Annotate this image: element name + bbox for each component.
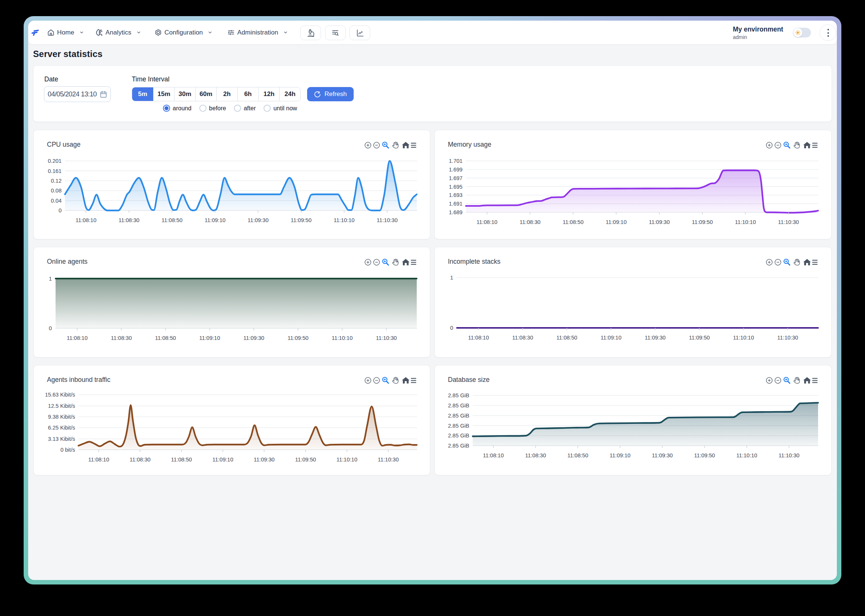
svg-text:1: 1 — [49, 276, 52, 282]
svg-text:11:09:10: 11:09:10 — [601, 335, 622, 341]
svg-text:1.701: 1.701 — [449, 158, 463, 164]
svg-text:11:09:10: 11:09:10 — [605, 219, 627, 225]
svg-text:11:08:30: 11:08:30 — [129, 457, 151, 462]
svg-text:1.697: 1.697 — [449, 175, 463, 181]
svg-text:11:10:30: 11:10:30 — [777, 335, 798, 341]
svg-text:11:09:10: 11:09:10 — [205, 217, 225, 223]
svg-text:11:09:10: 11:09:10 — [199, 335, 221, 341]
svg-text:11:09:10: 11:09:10 — [610, 453, 631, 459]
svg-text:11:08:50: 11:08:50 — [563, 219, 584, 225]
svg-text:0.161: 0.161 — [48, 168, 61, 174]
svg-text:11:10:30: 11:10:30 — [377, 217, 398, 223]
svg-text:12.5 Kibit/s: 12.5 Kibit/s — [48, 403, 75, 409]
svg-text:11:10:30: 11:10:30 — [778, 219, 799, 225]
svg-text:2.85 GiB: 2.85 GiB — [448, 393, 469, 398]
svg-text:0: 0 — [450, 325, 453, 331]
svg-text:11:09:30: 11:09:30 — [652, 453, 673, 459]
svg-text:11:08:50: 11:08:50 — [556, 335, 577, 341]
svg-text:9.38 Kibit/s: 9.38 Kibit/s — [48, 414, 75, 420]
svg-text:11:08:10: 11:08:10 — [67, 335, 88, 341]
svg-text:11:08:10: 11:08:10 — [76, 217, 96, 223]
svg-text:1.695: 1.695 — [449, 184, 463, 190]
svg-text:11:08:10: 11:08:10 — [483, 453, 504, 459]
svg-text:1: 1 — [450, 275, 453, 281]
svg-text:1.693: 1.693 — [449, 192, 463, 198]
svg-text:0.04: 0.04 — [51, 198, 61, 204]
svg-text:11:10:10: 11:10:10 — [736, 453, 757, 459]
svg-text:11:09:50: 11:09:50 — [291, 217, 312, 223]
svg-text:1.689: 1.689 — [449, 209, 463, 215]
svg-text:11:09:30: 11:09:30 — [243, 335, 264, 341]
svg-text:11:09:50: 11:09:50 — [694, 453, 715, 459]
svg-text:11:08:30: 11:08:30 — [512, 335, 533, 341]
svg-text:0: 0 — [58, 207, 61, 214]
svg-text:11:09:10: 11:09:10 — [213, 457, 233, 462]
svg-text:2.85 GiB: 2.85 GiB — [448, 443, 469, 449]
svg-text:2.85 GiB: 2.85 GiB — [448, 413, 469, 419]
svg-text:0 bit/s: 0 bit/s — [60, 447, 75, 453]
svg-text:11:08:50: 11:08:50 — [171, 457, 192, 462]
svg-text:11:08:50: 11:08:50 — [155, 335, 176, 341]
svg-text:11:10:10: 11:10:10 — [332, 335, 353, 341]
svg-text:11:08:10: 11:08:10 — [476, 219, 498, 225]
svg-text:11:10:30: 11:10:30 — [378, 457, 399, 462]
svg-text:11:08:10: 11:08:10 — [88, 457, 109, 462]
svg-text:11:10:30: 11:10:30 — [376, 335, 397, 341]
svg-text:11:08:10: 11:08:10 — [468, 335, 489, 341]
svg-text:1.691: 1.691 — [449, 201, 463, 207]
svg-text:11:10:10: 11:10:10 — [733, 335, 754, 341]
svg-text:11:10:10: 11:10:10 — [336, 457, 358, 462]
svg-text:11:09:30: 11:09:30 — [248, 217, 269, 223]
svg-text:11:09:50: 11:09:50 — [288, 335, 309, 341]
svg-text:0.12: 0.12 — [51, 178, 61, 184]
svg-text:0: 0 — [49, 325, 52, 331]
svg-text:11:09:50: 11:09:50 — [295, 457, 316, 462]
svg-text:11:08:50: 11:08:50 — [161, 217, 183, 223]
svg-text:3.13 Kibit/s: 3.13 Kibit/s — [48, 436, 75, 442]
svg-text:11:08:30: 11:08:30 — [525, 453, 546, 459]
svg-text:2.85 GiB: 2.85 GiB — [448, 423, 469, 429]
svg-text:0.08: 0.08 — [51, 188, 61, 193]
svg-text:2.85 GiB: 2.85 GiB — [448, 432, 469, 438]
svg-text:11:10:10: 11:10:10 — [334, 217, 355, 223]
svg-text:15.63 Kibit/s: 15.63 Kibit/s — [45, 392, 75, 398]
svg-text:11:09:30: 11:09:30 — [649, 219, 670, 225]
svg-text:11:08:30: 11:08:30 — [111, 335, 132, 341]
svg-text:11:10:30: 11:10:30 — [778, 453, 800, 459]
svg-text:11:08:30: 11:08:30 — [520, 219, 540, 225]
svg-text:11:08:30: 11:08:30 — [119, 217, 140, 223]
svg-text:11:09:50: 11:09:50 — [689, 335, 710, 341]
svg-text:11:10:10: 11:10:10 — [735, 219, 756, 225]
svg-text:1.699: 1.699 — [449, 167, 463, 173]
svg-text:6.25 Kibit/s: 6.25 Kibit/s — [48, 425, 75, 431]
svg-text:11:09:50: 11:09:50 — [692, 219, 713, 225]
svg-text:11:08:50: 11:08:50 — [567, 453, 588, 459]
svg-text:11:09:30: 11:09:30 — [254, 457, 275, 462]
svg-text:2.85 GiB: 2.85 GiB — [448, 402, 469, 409]
svg-text:0.201: 0.201 — [48, 158, 61, 164]
svg-text:11:09:30: 11:09:30 — [644, 335, 666, 341]
